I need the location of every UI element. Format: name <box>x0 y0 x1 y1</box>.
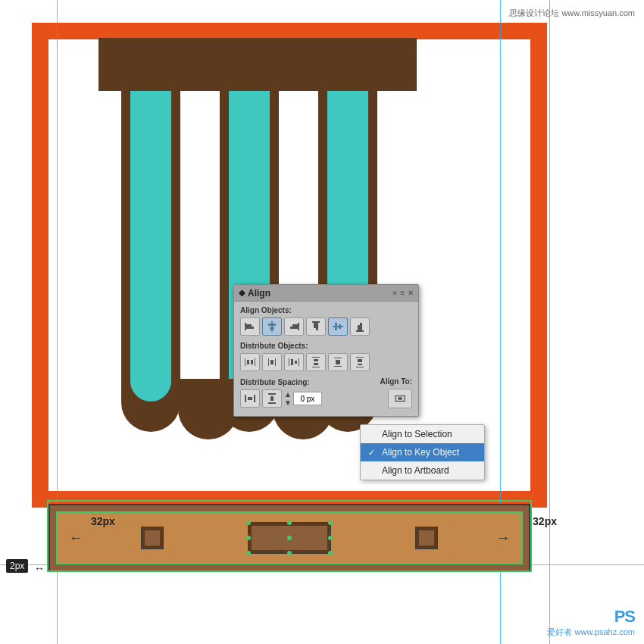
dist-space-h-btn[interactable] <box>240 389 260 408</box>
dropdown-align-selection[interactable]: Align to Selection <box>361 425 484 443</box>
align-panel-title: ◆ Align <box>239 288 270 299</box>
svg-rect-17 <box>360 323 362 330</box>
distribute-objects-label: Distribute Objects: <box>240 342 412 350</box>
svg-rect-14 <box>339 324 341 329</box>
svg-rect-7 <box>292 324 298 327</box>
svg-rect-10 <box>314 323 316 328</box>
svg-rect-4 <box>268 324 276 326</box>
panel-close-btn[interactable]: ✕ <box>408 289 414 297</box>
dropdown-align-key-object[interactable]: ✓ Align to Key Object <box>361 443 484 461</box>
svg-rect-8 <box>290 327 298 329</box>
check-artboard <box>368 466 377 475</box>
align-right-btn[interactable] <box>284 317 304 336</box>
dist-top-btn[interactable] <box>306 353 326 371</box>
tube-inner-1 <box>130 38 171 402</box>
green-selection-border <box>47 500 532 572</box>
ps-logo-sub: 爱好者 www.psahz.com <box>547 627 635 638</box>
svg-rect-9 <box>312 321 320 323</box>
svg-rect-21 <box>251 360 253 364</box>
svg-rect-18 <box>245 358 245 366</box>
dropdown-align-artboard[interactable]: Align to Artboard <box>361 461 484 480</box>
svg-rect-11 <box>316 323 318 330</box>
align-dropdown[interactable]: Align to Selection ✓ Align to Key Object… <box>360 424 485 480</box>
panel-body: Align Objects: <box>234 302 418 416</box>
svg-rect-23 <box>275 358 276 366</box>
align-top-btn[interactable] <box>306 317 326 336</box>
align-to-section: Align To: <box>380 377 412 408</box>
align-to-label: Align To: <box>380 377 412 386</box>
connector-1 <box>178 379 239 439</box>
align-bottom-btn[interactable] <box>350 317 370 336</box>
svg-rect-37 <box>356 367 364 367</box>
distribute-spacing-label: Distribute Spacing: <box>240 378 374 386</box>
svg-rect-15 <box>356 330 364 332</box>
svg-rect-32 <box>314 363 318 365</box>
panel-collapse-btn[interactable]: « <box>393 289 398 297</box>
ps-logo-text: PS <box>547 607 635 627</box>
svg-rect-20 <box>247 360 249 364</box>
distribute-spacing-left: Distribute Spacing: ▲▼ 0 px <box>240 378 374 408</box>
svg-rect-43 <box>268 393 276 395</box>
align-objects-row <box>240 317 412 336</box>
align-to-btn-wrapper <box>388 389 412 408</box>
svg-rect-5 <box>270 327 274 330</box>
svg-rect-26 <box>299 358 299 366</box>
align-left-btn[interactable] <box>240 317 260 336</box>
svg-rect-47 <box>398 397 402 400</box>
top-bar <box>98 38 417 91</box>
px-value-input[interactable]: 0 px <box>293 392 322 405</box>
tube-1 <box>121 38 180 432</box>
label-2px: 2px <box>6 559 28 573</box>
dist-center-h-btn[interactable] <box>328 353 348 371</box>
arrow-2px: ↔ <box>34 562 45 574</box>
align-center-h-btn[interactable] <box>328 317 348 336</box>
dist-right-btn[interactable] <box>284 353 304 371</box>
dist-left-btn[interactable] <box>240 353 260 371</box>
guideline-vertical-3 <box>549 0 550 644</box>
svg-rect-40 <box>245 395 246 402</box>
svg-rect-30 <box>312 367 320 367</box>
svg-rect-29 <box>312 357 320 358</box>
check-selection <box>368 430 377 439</box>
dist-space-v-btn[interactable] <box>262 389 282 408</box>
align-objects-label: Align Objects: <box>240 306 412 314</box>
align-center-v-btn[interactable] <box>262 317 282 336</box>
label-32px-left: 32px <box>91 515 115 527</box>
svg-rect-36 <box>356 357 364 358</box>
panel-menu-btn[interactable]: ≡ <box>400 289 405 297</box>
svg-rect-16 <box>358 325 360 330</box>
svg-rect-24 <box>270 360 274 364</box>
svg-rect-0 <box>245 323 246 330</box>
svg-rect-25 <box>289 358 289 366</box>
canvas-area: ← → <box>0 0 644 644</box>
ps-logo: PS 爱好者 www.psahz.com <box>547 607 635 638</box>
svg-rect-33 <box>334 358 342 358</box>
align-to-btn[interactable] <box>388 389 412 408</box>
svg-rect-1 <box>246 324 252 327</box>
dist-center-v-btn[interactable] <box>262 353 282 371</box>
svg-rect-31 <box>314 359 318 361</box>
svg-rect-35 <box>336 360 340 364</box>
distribute-objects-row <box>240 353 412 371</box>
svg-rect-27 <box>291 359 293 365</box>
svg-rect-45 <box>270 396 274 401</box>
svg-rect-13 <box>335 323 337 330</box>
check-key-object: ✓ <box>368 448 377 458</box>
dist-spacing-btns: ▲▼ 0 px <box>240 389 374 408</box>
svg-rect-22 <box>268 358 269 366</box>
svg-rect-12 <box>333 326 343 327</box>
svg-rect-39 <box>358 364 362 365</box>
svg-rect-34 <box>334 366 342 367</box>
svg-rect-44 <box>268 402 276 404</box>
svg-rect-2 <box>246 327 254 329</box>
watermark: 思缘设计论坛 www.missyuan.com <box>509 8 635 19</box>
distribute-spacing-row: Distribute Spacing: ▲▼ 0 px <box>240 377 412 408</box>
svg-rect-28 <box>295 361 297 364</box>
label-32px-right: 32px <box>533 515 557 527</box>
align-panel[interactable]: ◆ Align « ≡ ✕ Align Objects: <box>233 284 419 417</box>
svg-rect-6 <box>298 323 299 330</box>
px-input[interactable]: ▲▼ 0 px <box>284 390 322 407</box>
svg-rect-42 <box>248 397 252 400</box>
dist-bottom-btn[interactable] <box>350 353 370 371</box>
svg-rect-19 <box>255 358 255 366</box>
